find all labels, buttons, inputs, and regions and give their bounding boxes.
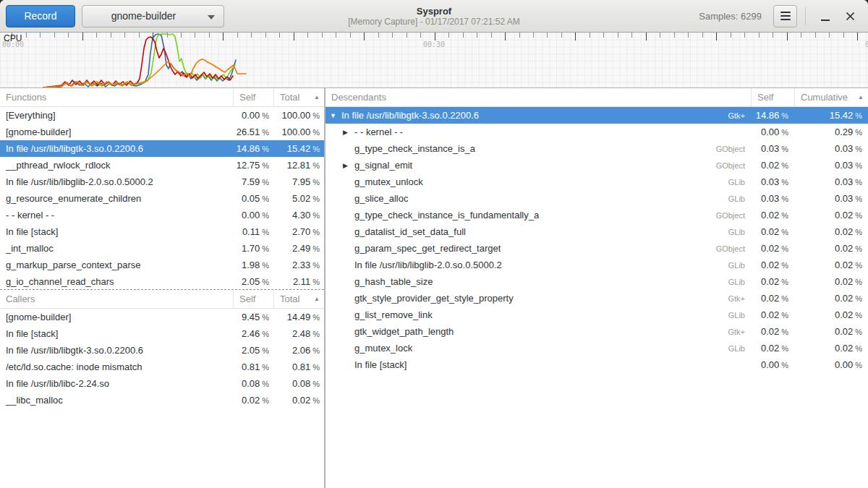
ruler-tick	[843, 33, 844, 38]
descendants-self-column-header[interactable]: Self	[751, 88, 794, 107]
tree-row[interactable]: g_mutex_lockGLib0.02%0.02%	[326, 340, 868, 356]
tree-row[interactable]: gtk_style_provider_get_style_propertyGtk…	[326, 290, 868, 307]
process-selector-dropdown[interactable]: gnome-builder	[82, 5, 224, 27]
percent-value: 0.03%	[794, 160, 868, 171]
table-row[interactable]: In file [stack]0.11%2.70%	[0, 223, 324, 240]
table-row[interactable]: g_markup_parse_context_parse1.98%2.33%	[0, 257, 324, 273]
percent-sign: %	[781, 211, 788, 220]
samples-count: Samples: 6299	[699, 11, 762, 22]
table-row[interactable]: In file /usr/lib/libc-2.24.so0.08%0.08%	[0, 375, 324, 392]
function-name: g_signal_emit	[354, 160, 412, 171]
function-name: __pthread_rwlock_rdlock	[0, 160, 233, 171]
functions-column-header[interactable]: Functions	[0, 92, 233, 103]
tree-row[interactable]: g_mutex_unlockGLib0.03%0.03%	[326, 174, 868, 190]
menu-button[interactable]	[773, 5, 797, 27]
expander-closed-icon[interactable]: ▶	[343, 162, 354, 169]
tree-row[interactable]: g_hash_table_sizeGLib0.02%0.02%	[326, 273, 868, 290]
ruler-tick	[519, 33, 520, 38]
tree-row[interactable]: ▼In file /usr/lib/libgtk-3.so.0.2200.6Gt…	[326, 107, 868, 124]
tree-row[interactable]: g_param_spec_get_redirect_targetGObject0…	[326, 240, 868, 257]
tree-row[interactable]: g_list_remove_linkGLib0.02%0.02%	[326, 307, 868, 323]
percent-sign: %	[262, 178, 269, 187]
descendant-name-cell: ▶- - kernel - -	[326, 127, 751, 137]
close-button[interactable]	[838, 4, 862, 28]
table-row[interactable]: In file /usr/lib/libgtk-3.so.0.2200.62.0…	[0, 342, 324, 359]
percent-value: 0.02%	[794, 226, 868, 237]
ruler-tick	[731, 33, 731, 38]
descendants-cumulative-column-header[interactable]: Cumulative ▲	[794, 88, 868, 107]
descendants-table: ▼In file /usr/lib/libgtk-3.so.0.2200.6Gt…	[326, 107, 868, 373]
percent-value: 0.02%	[794, 243, 868, 254]
function-name: - - kernel - -	[354, 127, 403, 137]
table-row[interactable]: In file /usr/lib/libgtk-3.so.0.2200.614.…	[0, 140, 324, 157]
record-button[interactable]: Record	[6, 5, 75, 27]
percent-sign: %	[262, 380, 269, 388]
ruler-tick	[448, 33, 449, 38]
ruler-tick	[265, 33, 266, 38]
table-row[interactable]: g_resource_enumerate_children0.05%5.02%	[0, 190, 324, 207]
table-row[interactable]: - - kernel - -0.00%4.30%	[0, 207, 324, 223]
ruler-tick	[829, 33, 830, 38]
function-name: In file /usr/lib/libglib-2.0.so.0.5000.2	[354, 260, 502, 270]
tree-row[interactable]: g_slice_allocGLib0.03%0.03%	[326, 190, 868, 207]
table-row[interactable]: /etc/ld.so.cache: inode mismatch0.81%0.8…	[0, 359, 324, 375]
tree-row[interactable]: ▶- - kernel - -0.00%0.29%	[326, 124, 868, 140]
percent-sign: %	[855, 344, 862, 353]
percent-sign: %	[312, 128, 320, 137]
ruler-tick	[857, 33, 858, 40]
table-row[interactable]: [Everything]0.00%100.00%	[0, 107, 324, 124]
table-row[interactable]: _int_malloc1.70%2.49%	[0, 240, 324, 257]
tree-row[interactable]: gtk_widget_path_lengthGtk+0.02%0.02%	[326, 323, 868, 340]
percent-value: 14.86%	[751, 110, 794, 121]
callers-total-column-header[interactable]: Total ▲	[273, 290, 324, 309]
table-row[interactable]: g_io_channel_read_chars2.05%2.11%	[0, 273, 324, 290]
tree-row[interactable]: In file [stack]0.00%0.00%	[326, 356, 868, 373]
percent-value: 0.02%	[794, 293, 868, 304]
tree-row[interactable]: In file /usr/lib/libglib-2.0.so.0.5000.2…	[326, 257, 868, 273]
function-name: g_list_remove_link	[354, 309, 433, 320]
ruler-tick	[26, 33, 27, 38]
ruler-tick	[702, 33, 703, 38]
percent-sign: %	[312, 261, 320, 270]
ruler-tick	[350, 33, 351, 38]
table-row[interactable]: __libc_malloc0.02%0.02%	[0, 392, 324, 408]
percent-value: 26.51%	[233, 127, 273, 137]
category-badge: GObject	[716, 161, 751, 170]
expander-closed-icon[interactable]: ▶	[343, 129, 354, 136]
tree-row[interactable]: g_type_check_instance_is_aGObject0.03%0.…	[326, 140, 868, 157]
minimize-button[interactable]	[813, 4, 838, 28]
sysprof-window: Record gnome-builder Sysprof [Memory Cap…	[0, 0, 868, 488]
descendants-header: Descendants Self Cumulative ▲	[326, 88, 868, 107]
category-badge: Gtk+	[728, 111, 751, 120]
percent-sign: %	[781, 311, 788, 320]
percent-value: 7.95%	[273, 176, 324, 187]
expander-open-icon[interactable]: ▼	[330, 112, 341, 119]
callers-column-header[interactable]: Callers	[0, 294, 233, 304]
table-row[interactable]: [gnome-builder]26.51%100.00%	[0, 124, 324, 140]
descendants-column-header[interactable]: Descendants	[326, 92, 751, 103]
percent-value: 0.08%	[233, 378, 273, 389]
tree-row[interactable]: ▶g_signal_emitGObject0.02%0.03%	[326, 157, 868, 174]
hamburger-icon	[780, 12, 791, 20]
ruler-tick	[237, 33, 238, 38]
percent-value: 0.03%	[751, 143, 794, 154]
headerbar: Record gnome-builder Sysprof [Memory Cap…	[0, 0, 868, 33]
ruler-tick	[815, 33, 816, 38]
table-row[interactable]: [gnome-builder]9.45%14.49%	[0, 309, 324, 325]
tree-row[interactable]: g_type_check_instance_is_fundamentally_a…	[326, 207, 868, 223]
table-row[interactable]: In file [stack]2.46%2.48%	[0, 325, 324, 342]
tree-row[interactable]: g_datalist_id_set_data_fullGLib0.02%0.02…	[326, 223, 868, 240]
percent-sign: %	[312, 313, 320, 322]
percent-sign: %	[262, 363, 269, 372]
percent-value: 0.02%	[751, 210, 794, 221]
callers-self-column-header[interactable]: Self	[233, 290, 273, 309]
cpu-graph[interactable]: CPU 00:0000:3001:00	[0, 33, 868, 88]
function-name: g_resource_enumerate_children	[0, 193, 233, 204]
table-row[interactable]: In file /usr/lib/libglib-2.0.so.0.5000.2…	[0, 174, 324, 190]
percent-sign: %	[262, 396, 269, 405]
table-row[interactable]: __pthread_rwlock_rdlock12.75%12.81%	[0, 157, 324, 174]
ruler-tick	[618, 33, 618, 38]
functions-self-column-header[interactable]: Self	[233, 88, 273, 107]
functions-total-column-header[interactable]: Total ▲	[273, 88, 324, 107]
percent-value: 2.05%	[233, 276, 273, 287]
